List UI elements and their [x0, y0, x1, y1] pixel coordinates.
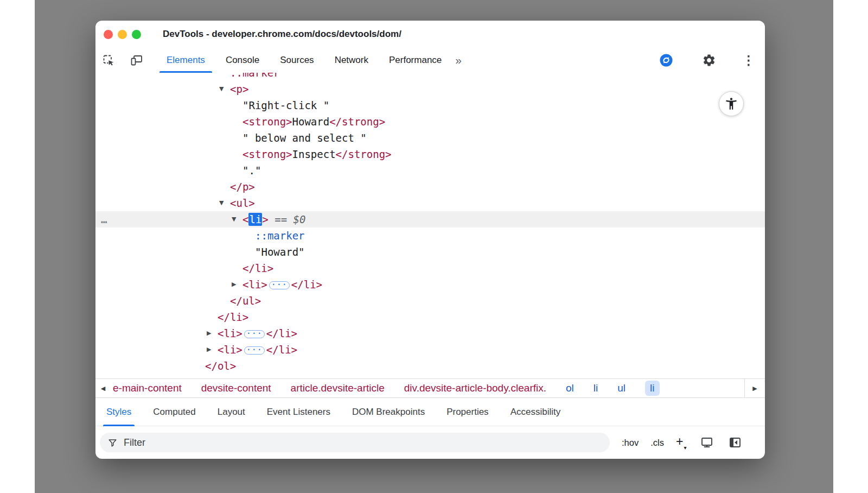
- dom-tree-line[interactable]: <strong>Howard</strong>: [95, 113, 765, 130]
- dom-tree-line[interactable]: ▶<li>···</li>: [95, 325, 765, 342]
- dom-tree-line[interactable]: ▼…<li> == $0: [95, 211, 765, 227]
- tab-network[interactable]: Network: [324, 48, 379, 73]
- dom-tree-line[interactable]: "Right-click ": [95, 97, 765, 113]
- dom-tree-line[interactable]: </li>: [95, 309, 765, 325]
- tab-elements[interactable]: Elements: [156, 48, 215, 73]
- expand-arrow-icon[interactable]: ▶: [207, 325, 211, 342]
- tab-layout[interactable]: Layout: [207, 398, 256, 426]
- dom-tag: <li>: [218, 327, 242, 339]
- dom-tree-line[interactable]: </ul>: [95, 293, 765, 309]
- filter-input-wrapper[interactable]: [100, 433, 610, 452]
- console-reference: $0: [293, 213, 306, 225]
- tab-performance[interactable]: Performance: [379, 48, 452, 73]
- inline-expand-icon[interactable]: ···: [269, 281, 290, 289]
- dom-tag: >: [262, 213, 268, 225]
- dom-tree-line[interactable]: </li>: [95, 260, 765, 276]
- accessibility-button[interactable]: [719, 91, 744, 116]
- toggle-class-button[interactable]: .cls: [650, 438, 664, 448]
- breadcrumb-scroll-left-button[interactable]: ◀: [95, 379, 111, 397]
- filter-funnel-icon: [107, 438, 118, 448]
- dom-tag: </li>: [218, 311, 248, 323]
- expand-arrow-icon[interactable]: ▶: [207, 342, 211, 358]
- devtools-toolbar: ElementsConsoleSourcesNetworkPerformance…: [95, 48, 765, 73]
- dom-text-node: "Howard": [255, 246, 305, 258]
- row-overflow-dots-icon[interactable]: …: [101, 211, 107, 227]
- inline-expand-icon[interactable]: ···: [244, 346, 265, 355]
- traffic-lights: [95, 30, 141, 39]
- dom-tag: </li>: [242, 262, 273, 274]
- tab-dom-breakpoints[interactable]: DOM Breakpoints: [341, 398, 436, 426]
- tab-sources[interactable]: Sources: [270, 48, 324, 73]
- breadcrumb-item-ol[interactable]: ol: [566, 382, 574, 394]
- dom-tag: <li>: [218, 344, 242, 356]
- dom-tree-line[interactable]: ::marker: [95, 73, 765, 81]
- dom-tag: </li>: [266, 344, 297, 356]
- breadcrumb-item-article-devsite-article[interactable]: article.devsite-article: [291, 382, 385, 394]
- chevron-left-icon: ◀: [101, 385, 105, 392]
- filter-input[interactable]: [124, 437, 602, 448]
- inline-expand-icon[interactable]: ···: [244, 330, 265, 338]
- dom-tag: </strong>: [329, 116, 385, 128]
- toggle-sidebar-button[interactable]: [728, 435, 742, 450]
- breadcrumb-item-li[interactable]: li: [645, 381, 659, 396]
- collapse-arrow-icon[interactable]: ▼: [219, 81, 224, 97]
- dom-tree-line[interactable]: </p>: [95, 179, 765, 195]
- window-titlebar: DevTools - developer.chrome.com/docs/dev…: [95, 21, 765, 48]
- dom-tag: <strong>: [242, 116, 292, 128]
- inspect-element-button[interactable]: [102, 54, 115, 67]
- settings-button[interactable]: [702, 53, 716, 67]
- new-style-rule-button[interactable]: +▾: [676, 435, 686, 451]
- tab-event-listeners[interactable]: Event Listeners: [256, 398, 341, 426]
- more-tabs-button[interactable]: »: [455, 48, 462, 73]
- dom-tree-line[interactable]: "Howard": [95, 244, 765, 260]
- dom-tag: </ul>: [230, 295, 261, 307]
- main-tabs: ElementsConsoleSourcesNetworkPerformance: [156, 48, 452, 73]
- dom-tree-line[interactable]: " below and select ": [95, 130, 765, 146]
- toolbar-right: ⋮: [659, 53, 765, 68]
- tab-properties[interactable]: Properties: [436, 398, 499, 426]
- breadcrumb: ◀ e-main-contentdevsite-contentarticle.d…: [95, 378, 765, 398]
- dom-tree-line[interactable]: ▶<li>···</li>: [95, 276, 765, 293]
- more-options-button[interactable]: ⋮: [744, 54, 753, 67]
- dom-text-node: Inspect: [292, 148, 336, 160]
- maximize-button[interactable]: [132, 30, 141, 39]
- close-button[interactable]: [104, 30, 113, 39]
- styles-tabs: StylesComputedLayoutEvent ListenersDOM B…: [95, 398, 765, 426]
- dom-tag: <p>: [230, 83, 248, 95]
- dom-tag: <ul>: [230, 197, 255, 209]
- rendering-emulation-button[interactable]: [700, 435, 714, 450]
- collapse-arrow-icon[interactable]: ▼: [219, 195, 224, 211]
- breadcrumb-scroll-right-button[interactable]: ▶: [744, 379, 765, 397]
- dom-text-node: "Right-click ": [242, 99, 329, 111]
- dom-tag: <li>: [242, 279, 267, 290]
- tab-computed[interactable]: Computed: [142, 398, 206, 426]
- toggle-element-state-button[interactable]: :hov: [622, 438, 639, 448]
- dom-tree-line[interactable]: ▼<p>: [95, 81, 765, 97]
- breadcrumb-item-devsite-content[interactable]: devsite-content: [201, 382, 271, 394]
- breadcrumb-item-div-devsite-article-body-clearfix-[interactable]: div.devsite-article-body.clearfix.: [404, 382, 546, 394]
- tab-styles[interactable]: Styles: [95, 398, 142, 426]
- breadcrumb-item-e-main-content[interactable]: e-main-content: [113, 382, 182, 394]
- dom-tree-line[interactable]: ".": [95, 162, 765, 179]
- minimize-button[interactable]: [118, 30, 127, 39]
- collapse-arrow-icon[interactable]: ▼: [232, 211, 236, 227]
- sync-button[interactable]: [659, 53, 674, 68]
- dom-tree-line[interactable]: ▼<ul>: [95, 195, 765, 211]
- desktop-background: DevTools - developer.chrome.com/docs/dev…: [35, 0, 833, 493]
- dom-tag-name-selected: li: [248, 213, 262, 226]
- dom-tree-line[interactable]: ▶<li>···</li>: [95, 342, 765, 358]
- dom-tree: ::marker▼<p>"Right-click "<strong>Howard…: [95, 73, 765, 378]
- breadcrumb-list: e-main-contentdevsite-contentarticle.dev…: [113, 381, 660, 396]
- expand-arrow-icon[interactable]: ▶: [232, 276, 236, 293]
- dom-tree-line[interactable]: ::marker: [95, 227, 765, 244]
- tab-console[interactable]: Console: [215, 48, 270, 73]
- dom-tree-line[interactable]: </ol>: [95, 358, 765, 374]
- breadcrumb-item-ul[interactable]: ul: [617, 382, 626, 394]
- inspect-cursor-icon: [102, 54, 115, 67]
- device-toolbar-button[interactable]: [130, 54, 143, 67]
- tab-accessibility[interactable]: Accessibility: [500, 398, 572, 426]
- dom-tree-line[interactable]: <strong>Inspect</strong>: [95, 146, 765, 162]
- dom-tag: ::marker: [230, 73, 280, 79]
- dom-tag: </strong>: [336, 148, 392, 160]
- breadcrumb-item-li[interactable]: li: [593, 382, 598, 394]
